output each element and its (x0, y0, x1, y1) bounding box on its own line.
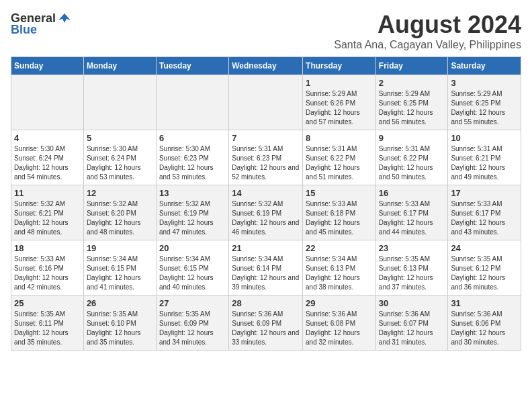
header-day-monday: Monday (83, 57, 156, 75)
day-content: Sunrise: 5:36 AM Sunset: 6:09 PM Dayligh… (232, 310, 300, 347)
day-number: 14 (232, 188, 300, 198)
day-content: Sunrise: 5:30 AM Sunset: 6:24 PM Dayligh… (14, 144, 81, 182)
day-number: 27 (159, 298, 226, 308)
calendar-cell: 22Sunrise: 5:34 AM Sunset: 6:13 PM Dayli… (303, 240, 376, 295)
day-content: Sunrise: 5:31 AM Sunset: 6:21 PM Dayligh… (451, 144, 518, 182)
day-number: 4 (14, 133, 81, 143)
day-content: Sunrise: 5:34 AM Sunset: 6:15 PM Dayligh… (87, 255, 153, 292)
calendar-cell: 12Sunrise: 5:32 AM Sunset: 6:20 PM Dayli… (83, 185, 156, 240)
calendar-cell: 18Sunrise: 5:33 AM Sunset: 6:16 PM Dayli… (11, 240, 84, 295)
day-number: 5 (87, 133, 153, 143)
calendar-cell: 5Sunrise: 5:30 AM Sunset: 6:24 PM Daylig… (83, 130, 156, 185)
day-number: 20 (159, 243, 226, 253)
calendar-cell: 6Sunrise: 5:30 AM Sunset: 6:23 PM Daylig… (156, 130, 228, 185)
calendar-cell: 10Sunrise: 5:31 AM Sunset: 6:21 PM Dayli… (448, 130, 521, 185)
day-content: Sunrise: 5:32 AM Sunset: 6:19 PM Dayligh… (232, 199, 300, 237)
calendar-cell: 13Sunrise: 5:32 AM Sunset: 6:19 PM Dayli… (156, 185, 228, 240)
week-row-5: 25Sunrise: 5:35 AM Sunset: 6:11 PM Dayli… (11, 295, 521, 351)
calendar-cell: 25Sunrise: 5:35 AM Sunset: 6:11 PM Dayli… (11, 295, 84, 351)
day-content: Sunrise: 5:34 AM Sunset: 6:14 PM Dayligh… (232, 255, 300, 292)
header: General Blue August 2024 Santa Ana, Caga… (11, 11, 521, 51)
day-content: Sunrise: 5:35 AM Sunset: 6:10 PM Dayligh… (87, 310, 153, 347)
day-number: 2 (379, 78, 445, 88)
calendar-cell: 21Sunrise: 5:34 AM Sunset: 6:14 PM Dayli… (229, 240, 303, 295)
logo-bird-icon (57, 11, 72, 26)
day-content: Sunrise: 5:31 AM Sunset: 6:23 PM Dayligh… (232, 144, 300, 182)
header-day-wednesday: Wednesday (229, 57, 303, 75)
day-number: 3 (451, 78, 518, 88)
day-content: Sunrise: 5:35 AM Sunset: 6:09 PM Dayligh… (159, 310, 226, 347)
calendar-cell: 8Sunrise: 5:31 AM Sunset: 6:22 PM Daylig… (303, 130, 376, 185)
day-number: 28 (232, 298, 300, 308)
calendar-body: 1Sunrise: 5:29 AM Sunset: 6:26 PM Daylig… (11, 75, 521, 351)
day-number: 19 (87, 243, 153, 253)
day-content: Sunrise: 5:33 AM Sunset: 6:16 PM Dayligh… (14, 255, 81, 292)
day-number: 29 (306, 298, 373, 308)
calendar-header: SundayMondayTuesdayWednesdayThursdayFrid… (11, 57, 521, 75)
calendar-cell: 17Sunrise: 5:33 AM Sunset: 6:17 PM Dayli… (448, 185, 521, 240)
title-section: August 2024 Santa Ana, Cagayan Valley, P… (334, 11, 521, 51)
day-content: Sunrise: 5:29 AM Sunset: 6:25 PM Dayligh… (451, 89, 518, 127)
day-number: 31 (451, 298, 518, 308)
calendar-cell: 27Sunrise: 5:35 AM Sunset: 6:09 PM Dayli… (156, 295, 228, 351)
calendar-cell: 19Sunrise: 5:34 AM Sunset: 6:15 PM Dayli… (83, 240, 156, 295)
calendar-cell: 2Sunrise: 5:29 AM Sunset: 6:25 PM Daylig… (375, 75, 448, 130)
calendar-cell: 30Sunrise: 5:36 AM Sunset: 6:07 PM Dayli… (375, 295, 448, 351)
main-title: August 2024 (334, 11, 521, 39)
header-day-saturday: Saturday (448, 57, 521, 75)
day-content: Sunrise: 5:32 AM Sunset: 6:21 PM Dayligh… (14, 199, 81, 237)
day-number: 18 (14, 243, 81, 253)
day-number: 22 (306, 243, 373, 253)
calendar-cell: 3Sunrise: 5:29 AM Sunset: 6:25 PM Daylig… (448, 75, 521, 130)
calendar-cell: 7Sunrise: 5:31 AM Sunset: 6:23 PM Daylig… (229, 130, 303, 185)
calendar-cell (229, 75, 303, 130)
day-number: 10 (451, 133, 518, 143)
day-content: Sunrise: 5:30 AM Sunset: 6:23 PM Dayligh… (159, 144, 226, 182)
calendar-cell: 16Sunrise: 5:33 AM Sunset: 6:17 PM Dayli… (375, 185, 448, 240)
day-content: Sunrise: 5:34 AM Sunset: 6:13 PM Dayligh… (306, 255, 373, 292)
calendar-cell: 26Sunrise: 5:35 AM Sunset: 6:10 PM Dayli… (83, 295, 156, 351)
day-content: Sunrise: 5:36 AM Sunset: 6:06 PM Dayligh… (451, 310, 518, 347)
day-number: 25 (14, 298, 81, 308)
day-number: 21 (232, 243, 300, 253)
header-row: SundayMondayTuesdayWednesdayThursdayFrid… (11, 57, 521, 75)
day-content: Sunrise: 5:33 AM Sunset: 6:18 PM Dayligh… (306, 199, 373, 237)
day-number: 17 (451, 188, 518, 198)
day-number: 9 (379, 133, 445, 143)
header-day-tuesday: Tuesday (156, 57, 228, 75)
day-number: 23 (379, 243, 445, 253)
day-content: Sunrise: 5:34 AM Sunset: 6:15 PM Dayligh… (159, 255, 226, 292)
logo-blue: Blue (11, 23, 37, 37)
day-number: 1 (306, 78, 373, 88)
logo: General Blue (11, 11, 72, 37)
calendar-cell (156, 75, 228, 130)
week-row-2: 4Sunrise: 5:30 AM Sunset: 6:24 PM Daylig… (11, 130, 521, 185)
day-number: 26 (87, 298, 153, 308)
calendar-cell: 4Sunrise: 5:30 AM Sunset: 6:24 PM Daylig… (11, 130, 84, 185)
day-content: Sunrise: 5:29 AM Sunset: 6:25 PM Dayligh… (379, 89, 445, 127)
calendar-cell (11, 75, 84, 130)
day-content: Sunrise: 5:35 AM Sunset: 6:13 PM Dayligh… (379, 255, 445, 292)
calendar-cell (83, 75, 156, 130)
calendar-cell: 23Sunrise: 5:35 AM Sunset: 6:13 PM Dayli… (375, 240, 448, 295)
calendar-cell: 28Sunrise: 5:36 AM Sunset: 6:09 PM Dayli… (229, 295, 303, 351)
calendar-cell: 29Sunrise: 5:36 AM Sunset: 6:08 PM Dayli… (303, 295, 376, 351)
header-day-friday: Friday (375, 57, 448, 75)
day-number: 15 (306, 188, 373, 198)
day-content: Sunrise: 5:31 AM Sunset: 6:22 PM Dayligh… (306, 144, 373, 182)
day-number: 8 (306, 133, 373, 143)
calendar-cell: 20Sunrise: 5:34 AM Sunset: 6:15 PM Dayli… (156, 240, 228, 295)
calendar-cell: 11Sunrise: 5:32 AM Sunset: 6:21 PM Dayli… (11, 185, 84, 240)
day-number: 16 (379, 188, 445, 198)
day-number: 6 (159, 133, 226, 143)
header-day-thursday: Thursday (303, 57, 376, 75)
calendar-cell: 31Sunrise: 5:36 AM Sunset: 6:06 PM Dayli… (448, 295, 521, 351)
week-row-4: 18Sunrise: 5:33 AM Sunset: 6:16 PM Dayli… (11, 240, 521, 295)
day-number: 7 (232, 133, 300, 143)
calendar-cell: 15Sunrise: 5:33 AM Sunset: 6:18 PM Dayli… (303, 185, 376, 240)
week-row-3: 11Sunrise: 5:32 AM Sunset: 6:21 PM Dayli… (11, 185, 521, 240)
header-day-sunday: Sunday (11, 57, 84, 75)
day-number: 24 (451, 243, 518, 253)
svg-marker-0 (58, 13, 71, 23)
day-number: 13 (159, 188, 226, 198)
